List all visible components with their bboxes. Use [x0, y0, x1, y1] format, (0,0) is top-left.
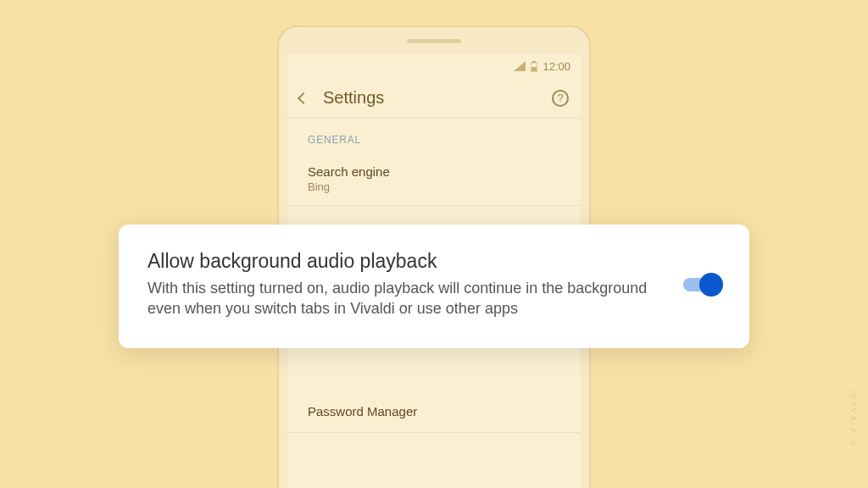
watermark: © VIVALDI [849, 386, 858, 446]
highlight-card: Allow background audio playback With thi… [119, 225, 749, 348]
audio-playback-toggle[interactable] [683, 273, 721, 297]
card-title: Allow background audio playback [147, 250, 659, 273]
toggle-thumb [699, 273, 723, 297]
card-description: With this setting turned on, audio playb… [147, 278, 659, 319]
battery-icon [531, 61, 537, 72]
help-icon[interactable]: ? [552, 90, 569, 107]
svg-rect-2 [531, 67, 537, 71]
setting-password-manager[interactable]: Password Manager [287, 392, 581, 433]
signal-icon [514, 61, 526, 71]
page-title: Settings [323, 88, 537, 108]
status-bar: 12:00 [287, 54, 581, 78]
card-text: Allow background audio playback With thi… [147, 250, 659, 319]
setting-search-engine[interactable]: Search engine Bing [287, 152, 581, 206]
phone-speaker [407, 39, 461, 43]
settings-header: Settings ? [287, 78, 581, 119]
setting-title: Password Manager [308, 404, 560, 419]
setting-value: Bing [308, 180, 560, 193]
back-button[interactable] [299, 94, 308, 103]
section-header-general: GENERAL [287, 119, 581, 152]
chevron-left-icon [298, 92, 309, 103]
status-time: 12:00 [542, 60, 570, 73]
setting-title: Search engine [308, 164, 560, 179]
